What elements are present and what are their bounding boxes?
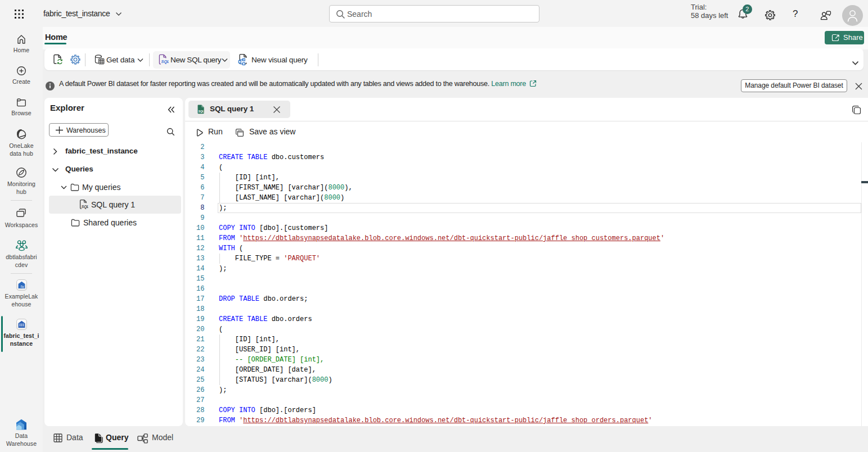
svg-text:SQL: SQL (161, 59, 169, 64)
svg-text:SQL: SQL (199, 110, 204, 113)
svg-text:SQL: SQL (82, 205, 88, 209)
